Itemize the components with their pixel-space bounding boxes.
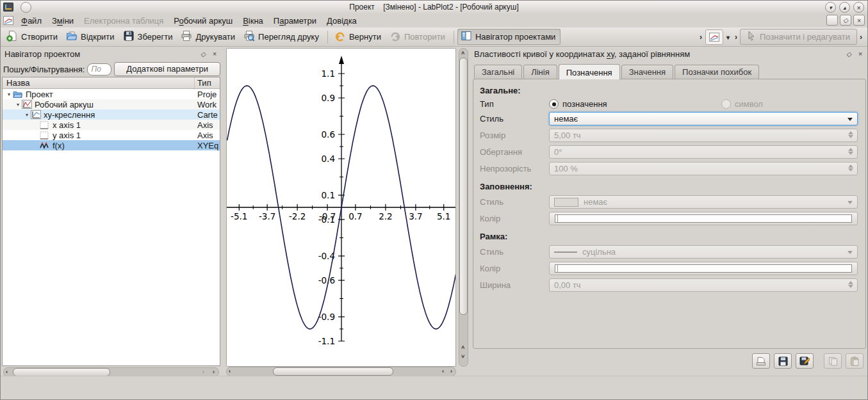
tree-header[interactable]: Назва Тип [3,77,220,89]
tree-item-name[interactable]: y axis 1 [53,131,81,140]
folder-icon [13,90,23,99]
size-label: Розмір [480,131,549,140]
symbol-size-spinbox: 5,00 тч [549,129,858,142]
open-icon [66,30,78,44]
fill-color-button [549,212,858,225]
maximize-icon[interactable] [839,2,850,13]
properties-tabs: ЗагальніЛініяПозначенняЗначенняПозначки … [474,65,760,79]
template-button-row [752,353,864,369]
toolbar-overflow-icon-2[interactable] [732,33,740,42]
tree-row[interactable]: ▾ху-кресленняCarte [3,109,220,120]
tab-4[interactable]: Значення [621,65,673,79]
tree-item-type: XYEq [195,141,220,150]
axis-icon [40,131,50,140]
dock-float-icon[interactable] [844,49,853,58]
border-style-combobox: суцільна [549,245,858,259]
undo-button[interactable]: Вернути [331,29,386,45]
tab-3[interactable]: Позначення [559,64,620,79]
radio-styled-symbol[interactable] [549,99,559,109]
tree-item-name[interactable]: Проект [26,90,53,99]
dock-close-icon[interactable] [210,49,219,58]
filling-section-header: Заповнення: [480,182,858,191]
main-toolbar: СтворитиВідкритиЗберегтиДрукуватиПерегля… [1,28,867,47]
tree-item-name[interactable]: Робочий аркуш [35,100,94,109]
worksheet-icon [22,100,32,109]
cursor-icon [747,31,756,43]
column-name[interactable]: Назва [3,78,29,88]
border-width-spinbox: 0,00 тч [549,278,858,292]
tree-row[interactable]: ▾Робочий аркушWork [3,99,220,109]
expand-arrow-icon[interactable]: ▾ [14,102,22,108]
menu-item[interactable]: Файл [16,15,47,27]
tree-row[interactable]: x axis 1Axis [3,120,220,130]
curve-dropdown-icon[interactable] [724,33,732,42]
worksheet-vscrollbar[interactable] [459,48,468,367]
undo-icon [334,30,346,44]
tree-item-name[interactable]: f(x) [53,141,65,150]
plot-icon [31,110,41,119]
minimize-icon[interactable] [825,2,836,13]
tree-row[interactable]: f(x)XYEq [3,140,220,150]
symbol-properties-form: Загальне: Тип позначення символ Стиль не… [473,79,866,349]
svg-text:5.1: 5.1 [437,211,450,221]
open-button[interactable]: Відкрити [63,29,120,45]
advanced-options-button[interactable]: Додаткові параметри [114,62,220,76]
svg-text:0.7: 0.7 [348,211,362,221]
worksheet-page[interactable]: -5.1-3.7-2.2-0.70.72.23.75.1-1.1-0.9-0.6… [226,48,456,367]
new-button[interactable]: Створити [3,29,63,45]
fill-style-label: Стиль [480,197,549,207]
load-template-icon[interactable] [752,353,770,369]
toolbar-overflow-icon[interactable] [697,33,705,42]
window-title: Проект [Змінено] - LabPlot2 - [Робочий а… [1,3,867,12]
close-icon[interactable] [853,2,864,13]
svg-text:0.1: 0.1 [322,190,335,200]
print-preview-button[interactable]: Перегляд друку [240,29,324,45]
menu-item[interactable]: Параметри [268,15,322,27]
tree-item-name[interactable]: x axis 1 [53,120,81,130]
symbol-rotation-spinbox: 0° [549,145,858,159]
worksheet-view: -5.1-3.7-2.2-0.70.72.23.75.1-1.1-0.9-0.6… [223,48,470,377]
column-type[interactable]: Тип [194,77,220,88]
menubar-items: ФайлЗміниЕлектронна таблицяРобочий аркуш… [16,15,362,27]
project-explorer-title: Навігатор проектом [4,49,196,59]
labplot-window: Проект [Змінено] - LabPlot2 - [Робочий а… [0,0,868,400]
mdi-close-icon[interactable] [853,15,865,26]
menu-item[interactable]: Вікна [238,15,268,27]
tab-1[interactable]: Загальні [474,65,522,79]
svg-text:-3.7: -3.7 [259,211,275,221]
symbol-style-combobox[interactable]: немає [549,112,858,125]
menu-item: Електронна таблиця [79,15,168,27]
search-input[interactable] [87,63,111,76]
toolbar-overflow-icon-3[interactable] [857,33,865,42]
menu-item[interactable]: Робочий аркуш [168,15,238,27]
menubar: ФайлЗміниЕлектронна таблицяРобочий аркуш… [1,13,867,28]
tree-item-name[interactable]: ху-креслення [44,110,95,120]
print-button[interactable]: Друкувати [177,29,240,45]
dock-close-icon[interactable] [856,49,865,58]
tree-item-type: Proje [195,90,220,99]
worksheet-hscrollbar[interactable] [226,367,456,376]
save-button[interactable]: Зберегти [120,29,178,45]
new-curve-button[interactable] [705,29,723,45]
xy-plot-canvas[interactable]: -5.1-3.7-2.2-0.70.72.23.75.1-1.1-0.9-0.6… [227,49,455,366]
svg-text:3.7: 3.7 [409,211,422,221]
general-section-header: Загальне: [480,86,858,95]
tree-row[interactable]: y axis 1Axis [3,130,220,140]
save-default-icon[interactable] [796,353,814,369]
expand-arrow-icon[interactable]: ▾ [5,92,13,97]
tree-row[interactable]: ▾ПроектProje [3,89,220,99]
tab-5[interactable]: Позначки похибок [675,65,759,79]
menu-item[interactable]: Довідка [322,15,362,27]
curve-properties-dock: Властивості кривої у координатах ху, зад… [471,48,867,377]
expand-arrow-icon[interactable]: ▾ [23,112,31,118]
mdi-restore-icon[interactable] [826,15,838,26]
save-template-icon[interactable] [774,353,792,369]
mdi-float-icon[interactable] [840,15,851,26]
radio-styled-symbol-label[interactable]: позначення [562,99,607,109]
navigator-button[interactable]: Навігатор проектами [457,29,561,45]
dock-float-icon[interactable] [199,49,208,58]
tab-2[interactable]: Лінія [523,65,557,79]
statusbar [1,376,867,399]
window-menu-button[interactable] [20,2,31,13]
menu-item[interactable]: Зміни [47,15,79,27]
